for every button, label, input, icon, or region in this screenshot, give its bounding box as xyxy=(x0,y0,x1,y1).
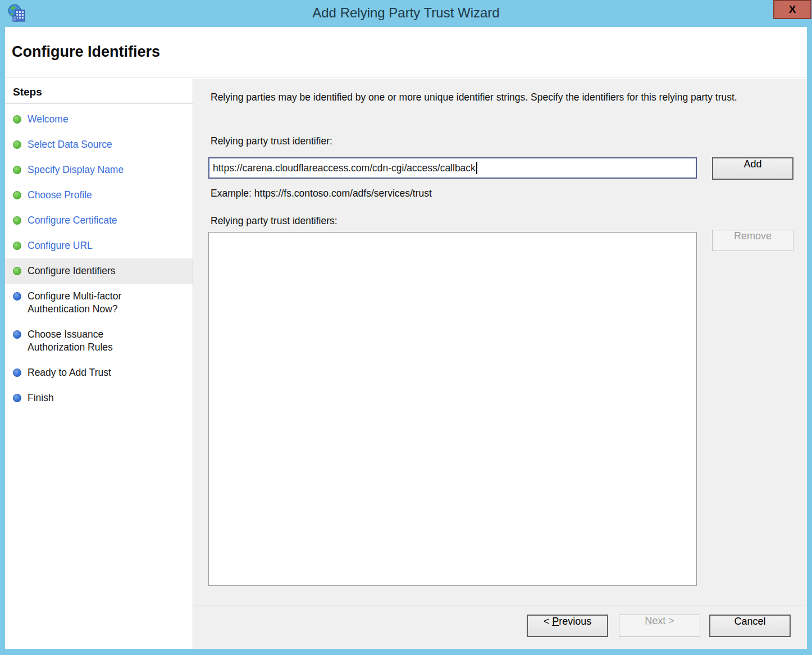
step-ready-to-add-trust[interactable]: Ready to Add Trust xyxy=(5,360,193,385)
upcoming-step-bullet-icon xyxy=(13,369,21,377)
step-label: Configure Certificate xyxy=(28,214,117,227)
current-step-bullet-icon xyxy=(13,267,21,275)
completed-step-bullet-icon xyxy=(13,216,21,225)
step-label: Choose Issuance Authorization Rules xyxy=(28,328,159,354)
window-title: Add Relying Party Trust Wizard xyxy=(0,0,812,27)
title-bar: Add Relying Party Trust Wizard X xyxy=(0,0,812,27)
step-configure-multifactor[interactable]: Configure Multi-factor Authentication No… xyxy=(5,284,193,322)
completed-step-bullet-icon xyxy=(13,242,21,250)
add-button[interactable]: Add xyxy=(712,157,793,180)
step-label: Ready to Add Trust xyxy=(28,366,111,379)
completed-step-bullet-icon xyxy=(13,191,21,199)
intro-text: Relying parties may be identified by one… xyxy=(211,90,790,105)
step-configure-certificate[interactable]: Configure Certificate xyxy=(5,208,193,233)
completed-step-bullet-icon xyxy=(13,115,21,124)
steps-list: Welcome Select Data Source Specify Displ… xyxy=(5,107,193,411)
example-text: Example: https://fs.contoso.com/adfs/ser… xyxy=(211,188,432,199)
step-label: Configure Multi-factor Authentication No… xyxy=(28,290,159,316)
step-label: Select Data Source xyxy=(28,138,112,151)
upcoming-step-bullet-icon xyxy=(13,330,21,339)
step-label: Finish xyxy=(28,392,54,404)
page-header: Configure Identifiers xyxy=(5,27,807,78)
cancel-button[interactable]: Cancel xyxy=(709,615,791,637)
window-body: Configure Identifiers Steps Welcome Sele… xyxy=(5,27,807,649)
step-configure-identifiers[interactable]: Configure Identifiers xyxy=(5,258,193,284)
step-choose-issuance-rules[interactable]: Choose Issuance Authorization Rules xyxy=(5,322,193,360)
previous-button[interactable]: < Previous xyxy=(527,615,608,637)
close-button[interactable]: X xyxy=(773,0,811,19)
upcoming-step-bullet-icon xyxy=(13,394,21,402)
step-specify-display-name[interactable]: Specify Display Name xyxy=(5,157,193,183)
identifiers-list-label: Relying party trust identifiers: xyxy=(211,215,337,227)
step-label: Choose Profile xyxy=(28,189,92,202)
completed-step-bullet-icon xyxy=(13,166,21,174)
identifier-field-label: Relying party trust identifier: xyxy=(211,135,332,147)
step-label: Specify Display Name xyxy=(28,163,124,176)
step-label: Welcome xyxy=(28,113,69,126)
step-label: Configure Identifiers xyxy=(28,265,116,278)
remove-button[interactable]: Remove xyxy=(712,230,793,251)
step-welcome[interactable]: Welcome xyxy=(5,107,193,132)
steps-heading: Steps xyxy=(5,79,193,104)
next-button[interactable]: Next > xyxy=(619,615,700,637)
footer-bar: < Previous Next > Cancel xyxy=(193,606,807,649)
content-panel: Relying parties may be identified by one… xyxy=(193,79,807,606)
step-finish[interactable]: Finish xyxy=(5,385,193,411)
page-title: Configure Identifiers xyxy=(12,43,160,61)
step-select-data-source[interactable]: Select Data Source xyxy=(5,132,193,157)
relying-party-identifier-input[interactable]: https://carena.cloudflareaccess.com/cdn-… xyxy=(208,157,697,179)
identifier-input-value: https://carena.cloudflareaccess.com/cdn-… xyxy=(213,162,476,174)
completed-step-bullet-icon xyxy=(13,140,21,149)
upcoming-step-bullet-icon xyxy=(13,292,21,301)
text-caret xyxy=(476,162,477,174)
steps-sidebar: Steps Welcome Select Data Source Specify… xyxy=(5,79,193,649)
wizard-window: Add Relying Party Trust Wizard X Configu… xyxy=(0,0,812,655)
step-configure-url[interactable]: Configure URL xyxy=(5,233,193,258)
identifiers-listbox[interactable] xyxy=(208,232,697,586)
step-choose-profile[interactable]: Choose Profile xyxy=(5,183,193,208)
step-label: Configure URL xyxy=(28,239,93,252)
